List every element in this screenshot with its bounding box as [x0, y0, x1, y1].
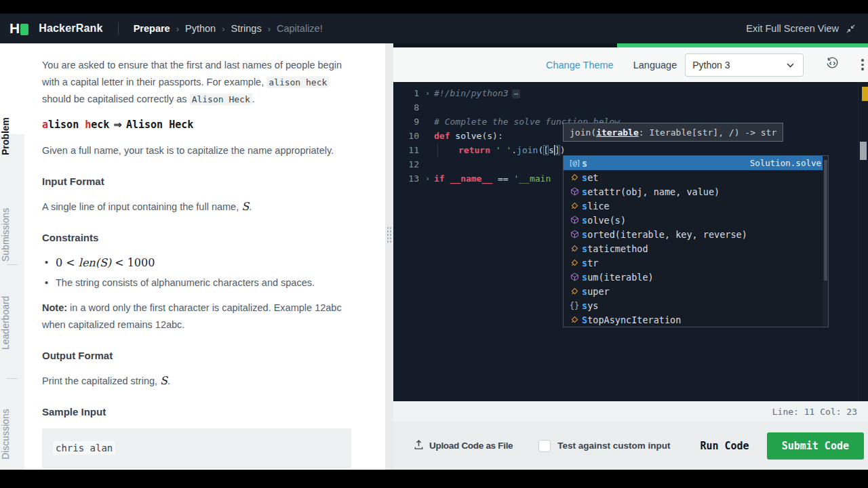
- match-prefix: s: [582, 158, 587, 169]
- math-s: S: [160, 374, 167, 387]
- code-line-8[interactable]: 8: [393, 100, 868, 115]
- upload-label: Upload Code as File: [429, 441, 513, 451]
- constraint-item: The string consists of alphanumeric char…: [43, 274, 351, 291]
- autocomplete-popup: [@] s Solution.solve set setattr(obj, na…: [563, 155, 829, 327]
- suggest-label: etattr(obj, name, value): [587, 186, 719, 197]
- suggest-item-solve[interactable]: solve(s): [564, 213, 828, 227]
- string-literal: '__main: [513, 174, 551, 184]
- match-prefix: s: [582, 186, 587, 197]
- upload-code-button[interactable]: Upload Code as File: [414, 439, 513, 453]
- bracket-match: ]: [555, 145, 560, 155]
- string-literal: ' ': [496, 145, 511, 155]
- period: .: [167, 375, 170, 386]
- math-text: len(S): [79, 256, 111, 269]
- dunder-name: __name__: [450, 174, 492, 184]
- run-code-button[interactable]: Run Code: [690, 433, 758, 459]
- method-icon: [567, 272, 582, 281]
- constraints-heading: Constraints: [42, 229, 351, 246]
- editor-toolbar: Change Theme Language Python 3: [393, 47, 868, 82]
- class-icon: [567, 173, 582, 182]
- editor-panel: Change Theme Language Python 3: [393, 43, 868, 470]
- tab-divider: [7, 378, 18, 379]
- custom-input-checkbox[interactable]: [538, 440, 551, 452]
- tooltip-text: : Iterable[str], /) -> str: [639, 127, 777, 138]
- match-prefix: s: [582, 300, 587, 311]
- custom-input-toggle[interactable]: Test against custom input: [538, 440, 670, 452]
- suggest-label: orted(iterable, key, reverse): [587, 229, 747, 240]
- breadcrumb-python[interactable]: Python: [185, 23, 216, 34]
- language-select[interactable]: Python 3: [685, 54, 804, 77]
- variable-icon: [@]: [567, 159, 582, 167]
- exit-fullscreen-link[interactable]: Exit Full Screen View: [746, 23, 839, 34]
- tooltip-text: join(: [570, 127, 596, 138]
- suggest-item-s[interactable]: [@] s Solution.solve: [564, 156, 828, 170]
- suggest-label: uper: [587, 286, 610, 297]
- language-value: Python 3: [692, 60, 730, 70]
- navbar-divider: [118, 22, 119, 35]
- splitter-grip-icon[interactable]: [387, 226, 392, 244]
- suggest-label: et: [587, 172, 598, 183]
- match-prefix: s: [582, 272, 587, 283]
- chevron-right-icon: ›: [268, 24, 271, 34]
- chevron-down-icon: [785, 61, 796, 69]
- autocomplete-scrollbar[interactable]: [823, 156, 828, 327]
- change-theme-link[interactable]: Change Theme: [546, 60, 614, 70]
- suggest-detail: Solution.solve: [750, 158, 828, 168]
- fold-chevron-icon[interactable]: ›: [422, 171, 433, 186]
- reset-code-icon[interactable]: [825, 56, 840, 73]
- suggest-item-stopasynciteration[interactable]: StopAsyncIteration: [564, 312, 828, 327]
- period: .: [249, 201, 252, 212]
- breadcrumb-strings[interactable]: Strings: [231, 23, 262, 34]
- top-navbar: H HackerRank Prepare › Python › Strings …: [0, 14, 868, 43]
- tab-submissions[interactable]: Submissions: [0, 207, 24, 262]
- code-text: .: [511, 145, 517, 155]
- brand-name[interactable]: HackerRank: [39, 22, 103, 35]
- class-icon: [567, 201, 582, 210]
- cursor-position: Line: 11 Col: 23: [772, 407, 857, 417]
- hackerrank-logo[interactable]: H: [9, 20, 28, 37]
- panel-splitter[interactable]: [385, 43, 393, 470]
- page: H HackerRank Prepare › Python › Strings …: [0, 0, 868, 488]
- example-text: eck: [91, 119, 109, 131]
- suggest-label: tr: [587, 258, 598, 268]
- folded-region-icon[interactable]: ⋯: [512, 89, 521, 98]
- language-label: Language: [633, 60, 677, 70]
- suggest-label: olve(s): [587, 215, 626, 226]
- suggest-item-str[interactable]: str: [564, 256, 828, 270]
- code-editor[interactable]: 1 › #!/bin/python3⋯ 8 9 # Complete the s…: [393, 82, 868, 401]
- upload-icon: [414, 439, 424, 453]
- line-number: 13: [393, 171, 422, 186]
- collapse-fullscreen-icon[interactable]: [846, 24, 856, 34]
- text-cursor: s: [549, 145, 555, 155]
- logo-letter: H: [9, 20, 19, 37]
- suggest-item-staticmethod[interactable]: staticmethod: [564, 241, 828, 256]
- overview-ruler-marker: [862, 87, 868, 101]
- note-label: Note:: [42, 302, 67, 313]
- fold-chevron-icon[interactable]: ›: [422, 86, 433, 100]
- suggest-item-super[interactable]: super: [564, 284, 828, 298]
- suggest-item-slice[interactable]: slice: [564, 199, 828, 213]
- line-number: 8: [393, 100, 422, 115]
- match-prefix: s: [582, 215, 587, 226]
- suggest-item-set[interactable]: set: [564, 170, 828, 184]
- tab-discussions[interactable]: Discussions: [0, 409, 24, 460]
- suggest-item-sorted[interactable]: sorted(iterable, key, reverse): [564, 227, 828, 241]
- input-format-heading: Input Format: [42, 173, 351, 190]
- editor-scrollbar[interactable]: [860, 142, 867, 160]
- problem-paragraph: You are asked to ensure that the first a…: [42, 57, 351, 108]
- suggest-item-setattr[interactable]: setattr(obj, name, value): [564, 184, 828, 199]
- submit-code-button[interactable]: Submit Code: [767, 432, 864, 460]
- tab-divider: [7, 264, 18, 265]
- code-line-1[interactable]: 1 › #!/bin/python3⋯: [393, 86, 868, 100]
- more-options-icon[interactable]: [861, 59, 864, 70]
- class-icon: [567, 244, 582, 253]
- suggest-item-sys[interactable]: {} sys: [564, 298, 828, 312]
- suggest-label: taticmethod: [587, 243, 648, 254]
- breadcrumb-prepare[interactable]: Prepare: [134, 23, 170, 34]
- line-number: 12: [393, 157, 422, 171]
- suggest-item-sum[interactable]: sum(iterable): [564, 270, 828, 284]
- tab-leaderboard[interactable]: Leaderboard: [0, 298, 24, 350]
- output-text: Print the capitalized string,: [42, 375, 160, 386]
- example-text: lison: [48, 119, 85, 131]
- tab-problem[interactable]: Problem: [0, 116, 24, 157]
